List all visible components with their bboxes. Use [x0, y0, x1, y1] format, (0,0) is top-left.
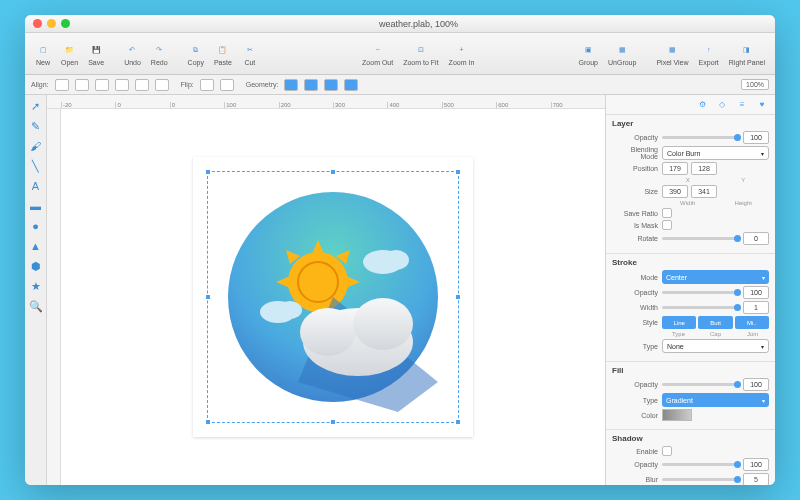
window-controls: [33, 19, 70, 28]
blend-mode-select[interactable]: Color Burn: [662, 146, 769, 160]
circle-tool[interactable]: ●: [29, 219, 43, 233]
shadow-enable-checkbox[interactable]: [662, 446, 672, 456]
size-h-input[interactable]: 341: [691, 185, 717, 198]
flip-label: Flip:: [181, 81, 194, 88]
zoom-icon[interactable]: [61, 19, 70, 28]
handle-br[interactable]: [455, 419, 461, 425]
redo-button[interactable]: ↷Redo: [147, 40, 172, 68]
pen-tool[interactable]: ✎: [29, 119, 43, 133]
handle-tl[interactable]: [205, 169, 211, 175]
tab-adjustments-icon[interactable]: ⚙: [695, 98, 709, 112]
group-icon: ▣: [580, 42, 596, 58]
magnify-tool[interactable]: 🔍: [29, 299, 43, 313]
text-tool[interactable]: A: [29, 179, 43, 193]
stroke-width-input[interactable]: 1: [743, 301, 769, 314]
paste-button[interactable]: 📋Paste: [210, 40, 236, 68]
tab-presets-icon[interactable]: ≡: [735, 98, 749, 112]
fill-opacity-input[interactable]: 100: [743, 378, 769, 391]
undo-button[interactable]: ↶Undo: [120, 40, 145, 68]
geo-subtract-button[interactable]: [304, 79, 318, 91]
rotate-slider[interactable]: [662, 237, 739, 240]
flip-v-button[interactable]: [220, 79, 234, 91]
stroke-style-segment[interactable]: LineButtMi..: [662, 316, 769, 329]
options-bar: Align: Flip: Geometry: 100%: [25, 75, 775, 95]
zoom-fit-button[interactable]: ⊡Zoom to Fit: [399, 40, 442, 68]
new-file-icon: ▢: [35, 42, 51, 58]
handle-bm[interactable]: [330, 419, 336, 425]
select-tool[interactable]: ➚: [29, 99, 43, 113]
fill-opacity-slider[interactable]: [662, 383, 739, 386]
line-tool[interactable]: ╲: [29, 159, 43, 173]
zoom-in-button[interactable]: +Zoom In: [445, 40, 479, 68]
align-right-button[interactable]: [95, 79, 109, 91]
layer-opacity-input[interactable]: 100: [743, 131, 769, 144]
stroke-opacity-slider[interactable]: [662, 291, 739, 294]
polygon-tool[interactable]: ⬢: [29, 259, 43, 273]
save-icon: 💾: [88, 42, 104, 58]
section-stroke: Stroke ModeCenter Opacity100 Width1 Styl…: [606, 254, 775, 362]
shadow-blur-input[interactable]: 5: [743, 473, 769, 485]
right-panel-button[interactable]: ◨Right Panel: [725, 40, 769, 68]
pixel-view-button[interactable]: ▦Pixel View: [652, 40, 692, 68]
canvas[interactable]: [61, 109, 605, 485]
triangle-tool[interactable]: ▲: [29, 239, 43, 253]
ungroup-button[interactable]: ▦UnGroup: [604, 40, 640, 68]
handle-bl[interactable]: [205, 419, 211, 425]
rotate-input[interactable]: 0: [743, 232, 769, 245]
brush-tool[interactable]: 🖌: [29, 139, 43, 153]
save-ratio-checkbox[interactable]: [662, 208, 672, 218]
copy-button[interactable]: ⧉Copy: [184, 40, 208, 68]
redo-icon: ↷: [151, 42, 167, 58]
handle-tm[interactable]: [330, 169, 336, 175]
save-button[interactable]: 💾Save: [84, 40, 108, 68]
minimize-icon[interactable]: [47, 19, 56, 28]
undo-icon: ↶: [124, 42, 140, 58]
pos-x-input[interactable]: 179: [662, 162, 688, 175]
align-middle-button[interactable]: [135, 79, 149, 91]
zoom-select[interactable]: 100%: [741, 79, 769, 90]
rect-tool[interactable]: ▬: [29, 199, 43, 213]
close-icon[interactable]: [33, 19, 42, 28]
export-button[interactable]: ↑Export: [695, 40, 723, 68]
tab-layers-icon[interactable]: ◇: [715, 98, 729, 112]
handle-tr[interactable]: [455, 169, 461, 175]
stroke-mode-select[interactable]: Center: [662, 270, 769, 284]
shadow-blur-slider[interactable]: [662, 478, 739, 481]
shadow-opacity-slider[interactable]: [662, 463, 739, 466]
shadow-opacity-input[interactable]: 100: [743, 458, 769, 471]
geo-intersect-button[interactable]: [324, 79, 338, 91]
stroke-opacity-input[interactable]: 100: [743, 286, 769, 299]
export-icon: ↑: [701, 42, 717, 58]
geo-exclude-button[interactable]: [344, 79, 358, 91]
star-tool[interactable]: ★: [29, 279, 43, 293]
titlebar: weather.plab, 100%: [25, 15, 775, 33]
inspector-tabs: ⚙ ◇ ≡ ♥: [606, 95, 775, 115]
zoom-out-button[interactable]: −Zoom Out: [358, 40, 397, 68]
tab-favorites-icon[interactable]: ♥: [755, 98, 769, 112]
align-center-button[interactable]: [75, 79, 89, 91]
new-button[interactable]: ▢New: [31, 40, 55, 68]
section-fill: Fill Opacity100 TypeGradient Color: [606, 362, 775, 430]
stroke-type-select[interactable]: None: [662, 339, 769, 353]
align-top-button[interactable]: [115, 79, 129, 91]
size-w-input[interactable]: 390: [662, 185, 688, 198]
layer-opacity-slider[interactable]: [662, 136, 739, 139]
align-bottom-button[interactable]: [155, 79, 169, 91]
align-left-button[interactable]: [55, 79, 69, 91]
stroke-width-slider[interactable]: [662, 306, 739, 309]
open-button[interactable]: 📁Open: [57, 40, 82, 68]
section-shadow: Shadow Enable Opacity100 Blur5 Offsets2-…: [606, 430, 775, 485]
pos-y-input[interactable]: 128: [691, 162, 717, 175]
group-button[interactable]: ▣Group: [575, 40, 602, 68]
is-mask-checkbox[interactable]: [662, 220, 672, 230]
geo-union-button[interactable]: [284, 79, 298, 91]
handle-mr[interactable]: [455, 294, 461, 300]
fill-color-swatch[interactable]: [662, 409, 692, 421]
cut-button[interactable]: ✂Cut: [238, 40, 262, 68]
handle-ml[interactable]: [205, 294, 211, 300]
fill-type-select[interactable]: Gradient: [662, 393, 769, 407]
section-title: Layer: [612, 119, 769, 128]
selection-box[interactable]: [207, 171, 459, 423]
artboard[interactable]: [193, 157, 473, 437]
flip-h-button[interactable]: [200, 79, 214, 91]
